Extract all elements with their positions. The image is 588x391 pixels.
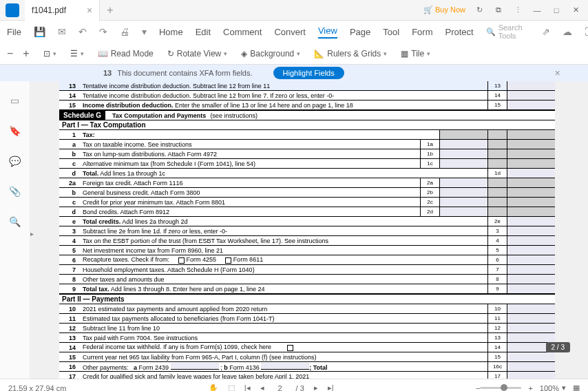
notice-text: This document contains XFA form fields.	[117, 69, 252, 77]
menu-page[interactable]: Page	[350, 27, 370, 37]
minimize-button[interactable]: —	[532, 6, 543, 14]
document-viewport[interactable]: ▸ 13Tentative income distribution deduct…	[30, 81, 584, 379]
menu-comment[interactable]: Comment	[223, 27, 262, 37]
fit-view-icon[interactable]: ▦	[573, 383, 580, 391]
app-icon[interactable]	[6, 3, 19, 17]
last-page-button[interactable]: ▸|	[328, 383, 334, 391]
zoom-in-button[interactable]: +	[23, 47, 29, 60]
status-bar: 21.59 x 27.94 cm ✋ ⬚ |◂ ◂ 2 / 3 ▸ ▸| − +…	[0, 379, 588, 391]
tab-close-icon[interactable]: ×	[87, 5, 92, 16]
comments-icon[interactable]: 💬	[9, 156, 21, 167]
mail-icon[interactable]: ✉	[58, 26, 66, 37]
notice-close-icon[interactable]: ✕	[554, 69, 574, 78]
menu-edit[interactable]: Edit	[196, 27, 211, 37]
menu-file[interactable]: File	[7, 27, 21, 37]
view-toolbar: − + ⊡▾ ☰▾ 📖 Read Mode ↻ Rotate View▾ ◈ B…	[0, 43, 588, 65]
layout-button[interactable]: ☰▾	[70, 49, 84, 59]
close-button[interactable]: ✕	[570, 6, 581, 14]
buy-now-link[interactable]: 🛒 Buy Now	[423, 6, 465, 14]
zoom-slider[interactable]	[480, 387, 521, 389]
document-tab[interactable]: f1041.pdf ×	[25, 0, 100, 21]
titlebar: f1041.pdf × + 🛒 Buy Now ↻ ⧉ ⋮ — □ ✕	[0, 0, 588, 21]
rotate-view-button[interactable]: ↻ Rotate View▾	[167, 49, 227, 59]
page-indicator-badge: 2 / 3	[546, 342, 570, 352]
search-icon[interactable]: 🔍	[9, 216, 21, 227]
read-mode-button[interactable]: 📖 Read Mode	[98, 49, 154, 59]
menu-protect[interactable]: Protect	[445, 27, 473, 37]
fit-button[interactable]: ⊡▾	[43, 49, 56, 59]
search-tools[interactable]: 🔍 Search Tools	[486, 23, 523, 40]
new-tab-button[interactable]: +	[100, 4, 120, 17]
first-page-button[interactable]: |◂	[244, 383, 251, 391]
xfa-notice-bar: 13 This document contains XFA form field…	[0, 65, 588, 81]
menu-convert[interactable]: Convert	[274, 27, 306, 37]
expand-icon[interactable]: ⛶	[585, 26, 588, 37]
bookmarks-icon[interactable]: 🔖	[9, 125, 21, 136]
left-sidebar: ▭ 🔖 💬 📎 🔍	[0, 81, 30, 379]
pdf-page: 13Tentative income distribution deductio…	[59, 81, 555, 379]
background-button[interactable]: ◈ Background▾	[241, 49, 300, 59]
redo-icon[interactable]: ↷	[99, 26, 107, 37]
select-tool-icon[interactable]: ⬚	[228, 383, 235, 391]
rulers-button[interactable]: 📐 Rulers & Grids▾	[314, 49, 387, 59]
page-dimensions: 21.59 x 27.94 cm	[8, 384, 66, 392]
menu-icon[interactable]: ⋮	[512, 6, 523, 14]
tab-filename: f1041.pdf	[32, 6, 66, 15]
menu-tool[interactable]: Tool	[383, 27, 399, 37]
print-icon[interactable]: 🖨	[120, 26, 129, 37]
menu-home[interactable]: Home	[159, 27, 183, 37]
zoom-dropdown[interactable]: ▾	[562, 383, 566, 391]
save-icon[interactable]: 💾	[34, 26, 45, 37]
cloud-icon[interactable]: ☁	[563, 26, 572, 37]
total-pages: / 3	[296, 384, 304, 392]
attachments-icon[interactable]: 📎	[9, 186, 21, 197]
dropdown-icon[interactable]: ▾	[142, 26, 147, 37]
share-icon[interactable]: ⇗	[542, 26, 550, 37]
next-page-button[interactable]: ▸	[314, 383, 318, 391]
thumbnails-icon[interactable]: ▭	[10, 95, 19, 106]
maximize-button[interactable]: □	[551, 6, 562, 14]
prev-page-button[interactable]: ◂	[260, 383, 264, 391]
highlight-fields-button[interactable]: Highlight Fields	[273, 67, 344, 79]
notify-icon[interactable]: ⧉	[493, 6, 504, 14]
menu-bar: File 💾 ✉ ↶ ↷ 🖨 ▾ Home Edit Comment Conve…	[0, 21, 588, 43]
tile-button[interactable]: ▦ Tile▾	[401, 49, 430, 59]
menu-view[interactable]: View	[318, 25, 337, 39]
expand-sidebar-icon[interactable]: ▸	[30, 230, 34, 237]
current-page-input[interactable]: 2	[274, 384, 286, 392]
undo-icon[interactable]: ↶	[78, 26, 87, 37]
zoom-out-button[interactable]: −	[7, 47, 13, 60]
menu-form[interactable]: Form	[412, 27, 432, 37]
zoom-level[interactable]: 100%	[540, 384, 559, 392]
hand-tool-icon[interactable]: ✋	[209, 383, 218, 391]
sync-icon[interactable]: ↻	[474, 6, 485, 14]
zoom-in-footer[interactable]: +	[528, 384, 532, 392]
